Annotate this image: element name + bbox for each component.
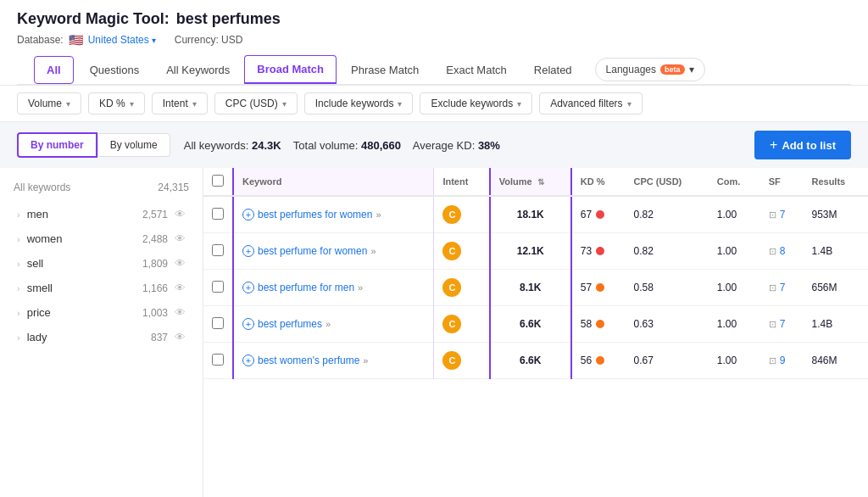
col-header-volume[interactable]: Volume ⇅ (490, 168, 571, 196)
keyword-link-3[interactable]: + best perfumes » (242, 318, 425, 330)
sidebar-chevron-sell-icon: › (17, 259, 20, 269)
sort-toggle: By number By volume (17, 132, 170, 158)
tab-related[interactable]: Related (521, 56, 585, 83)
row-checkbox-1[interactable] (212, 244, 224, 256)
languages-tab[interactable]: Languages beta ▾ (595, 58, 705, 81)
sf-icon-4: ⊡ (769, 355, 776, 366)
tab-all-keywords[interactable]: All Keywords (153, 56, 242, 83)
eye-icon-sell[interactable]: 👁 (175, 257, 186, 270)
sidebar-count-men: 2,571 (142, 209, 168, 221)
filter-intent[interactable]: Intent ▾ (152, 92, 208, 114)
eye-icon-lady[interactable]: 👁 (175, 331, 186, 343)
sf-cell-4: ⊡ 9 (760, 343, 804, 379)
tab-exact-match[interactable]: Exact Match (433, 56, 520, 83)
filter-cpc[interactable]: CPC (USD) ▾ (214, 92, 298, 114)
expand-keyword-icon-2[interactable]: » (358, 282, 363, 293)
kd-value-3: 58 (581, 318, 592, 330)
filter-include-keywords[interactable]: Include keywords ▾ (304, 92, 414, 114)
kd-cell-2: 57 (571, 270, 626, 306)
filter-intent-label: Intent (163, 98, 188, 109)
intent-badge-4: C (442, 351, 461, 370)
keyword-link-1[interactable]: + best perfume for women » (242, 245, 425, 257)
add-keyword-icon-0[interactable]: + (242, 209, 254, 221)
database-chevron-icon: ▾ (152, 36, 156, 45)
col-header-checkbox (203, 168, 233, 196)
sidebar-all-keywords-count: 24,315 (158, 181, 189, 193)
tab-questions[interactable]: Questions (77, 56, 153, 83)
sidebar-label-smell: smell (27, 282, 53, 294)
sidebar-item-women[interactable]: › women 2,488 👁 (3, 226, 199, 251)
col-header-cpc: CPC (USD) (625, 168, 708, 196)
sidebar-item-price[interactable]: › price 1,003 👁 (3, 300, 199, 325)
filter-advanced[interactable]: Advanced filters ▾ (539, 92, 642, 114)
sidebar-item-sell[interactable]: › sell 1,809 👁 (3, 251, 199, 276)
volume-cell-3: 6.6K (490, 306, 571, 343)
sf-icon-2: ⊡ (769, 282, 776, 293)
sidebar-item-lady[interactable]: › lady 837 👁 (3, 325, 199, 349)
keyword-link-0[interactable]: + best perfumes for women » (242, 209, 425, 221)
volume-cell-0: 18.1K (490, 196, 571, 233)
cpc-cell-4: 0.67 (625, 343, 708, 379)
col-header-keyword: Keyword (233, 168, 434, 196)
languages-label: Languages (606, 64, 656, 75)
filter-exclude-keywords[interactable]: Exclude keywords ▾ (420, 92, 532, 114)
keyword-cell-0: + best perfumes for women » (233, 196, 434, 233)
row-checkbox-0[interactable] (212, 208, 224, 220)
com-cell-4: 1.00 (709, 343, 760, 379)
add-keyword-icon-4[interactable]: + (242, 355, 254, 366)
row-checkbox-4[interactable] (212, 354, 224, 366)
currency-label: Currency: USD (175, 34, 243, 46)
sf-icon-0: ⊡ (769, 209, 776, 221)
add-keyword-icon-2[interactable]: + (242, 282, 254, 293)
col-header-com: Com. (709, 168, 760, 196)
tab-all[interactable]: All (34, 56, 74, 84)
sidebar-item-smell[interactable]: › smell 1,166 👁 (3, 276, 199, 300)
keywords-table-area: Keyword Intent Volume ⇅ KD % (203, 168, 868, 497)
row-checkbox-2[interactable] (212, 281, 224, 293)
sort-by-volume-button[interactable]: By volume (97, 133, 170, 157)
kd-value-2: 57 (581, 282, 592, 293)
table-row: + best perfumes for women » C 18.1K 67 0… (203, 196, 868, 233)
eye-icon-price[interactable]: 👁 (175, 306, 186, 319)
sf-num-1: 8 (780, 245, 786, 257)
expand-keyword-icon-0[interactable]: » (376, 209, 381, 220)
kd-dot-2 (596, 283, 604, 292)
add-to-list-button[interactable]: + Add to list (754, 131, 851, 159)
filter-intent-chevron-icon: ▾ (192, 99, 197, 109)
sort-by-number-button[interactable]: By number (17, 132, 97, 158)
add-keyword-icon-1[interactable]: + (242, 245, 254, 257)
tab-phrase-match[interactable]: Phrase Match (338, 56, 431, 83)
filter-kd[interactable]: KD % ▾ (88, 92, 145, 114)
expand-keyword-icon-1[interactable]: » (370, 246, 376, 256)
filter-advanced-label: Advanced filters (550, 98, 622, 109)
intent-cell-4: C (434, 343, 490, 379)
select-all-checkbox[interactable] (212, 175, 224, 187)
tab-broad-match[interactable]: Broad Match (244, 55, 337, 84)
keyword-link-4[interactable]: + best women's perfume » (242, 355, 425, 366)
row-checkbox-cell-4 (203, 343, 233, 379)
keyword-link-2[interactable]: + best perfume for men » (242, 282, 425, 293)
filter-volume[interactable]: Volume ▾ (17, 92, 81, 114)
sidebar-count-lady: 837 (151, 332, 168, 343)
sf-icon-3: ⊡ (769, 319, 776, 330)
volume-sort-icon: ⇅ (537, 177, 544, 187)
filter-cpc-chevron-icon: ▾ (282, 99, 287, 109)
row-checkbox-3[interactable] (212, 317, 224, 329)
add-keyword-icon-3[interactable]: + (242, 318, 254, 330)
beta-badge: beta (660, 64, 685, 75)
database-selector[interactable]: United States ▾ (88, 34, 156, 46)
languages-chevron-icon: ▾ (689, 64, 694, 75)
filters-row: Volume ▾ KD % ▾ Intent ▾ CPC (USD) ▾ Inc… (0, 86, 868, 122)
kd-dot-0 (596, 210, 604, 219)
expand-keyword-icon-4[interactable]: » (363, 355, 368, 366)
filter-volume-chevron-icon: ▾ (66, 99, 70, 109)
sf-num-3: 7 (780, 318, 786, 330)
eye-icon-men[interactable]: 👁 (175, 208, 186, 221)
eye-icon-smell[interactable]: 👁 (175, 282, 186, 294)
row-checkbox-cell-2 (203, 270, 233, 306)
sidebar-item-men[interactable]: › men 2,571 👁 (3, 202, 199, 226)
row-checkbox-cell-3 (203, 306, 233, 343)
expand-keyword-icon-3[interactable]: » (326, 319, 331, 329)
stats-summary: All keywords: 24.3K Total volume: 480,66… (184, 139, 500, 152)
eye-icon-women[interactable]: 👁 (175, 232, 186, 245)
